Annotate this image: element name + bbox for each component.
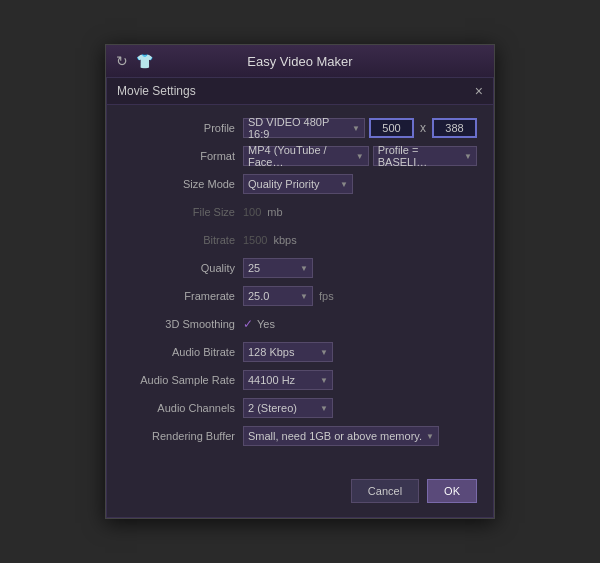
audio-bitrate-dropdown-icon: ▼ [320,348,328,357]
audio-channels-label: Audio Channels [123,402,243,414]
profile-row: Profile SD VIDEO 480P 16:9 ▼ x [123,117,477,139]
dialog-body: Profile SD VIDEO 480P 16:9 ▼ x Format MP… [107,105,493,469]
size-mode-controls: Quality Priority ▼ [243,174,477,194]
framerate-unit: fps [319,290,334,302]
audio-sample-label: Audio Sample Rate [123,374,243,386]
cancel-button[interactable]: Cancel [351,479,419,503]
framerate-controls: 25.0 ▼ fps [243,286,477,306]
audio-channels-controls: 2 (Stereo) ▼ [243,398,477,418]
format-row: Format MP4 (YouTube / Face… ▼ Profile = … [123,145,477,167]
quality-select[interactable]: 25 ▼ [243,258,313,278]
app-window: ↻ 👕 Easy Video Maker Movie Settings × Pr… [105,44,495,519]
audio-bitrate-select[interactable]: 128 Kbps ▼ [243,342,333,362]
quality-dropdown-icon: ▼ [300,264,308,273]
quality-label: Quality [123,262,243,274]
smoothing-value: Yes [257,318,275,330]
back-icon[interactable]: ↻ [116,53,128,69]
quality-row: Quality 25 ▼ [123,257,477,279]
audio-sample-dropdown-icon: ▼ [320,376,328,385]
size-mode-row: Size Mode Quality Priority ▼ [123,173,477,195]
file-size-row: File Size 100 mb [123,201,477,223]
profile-base-dropdown-icon: ▼ [464,152,472,161]
dialog-footer: Cancel OK [107,469,493,517]
format-dropdown-icon: ▼ [356,152,364,161]
width-input[interactable] [369,118,414,138]
framerate-select[interactable]: 25.0 ▼ [243,286,313,306]
bitrate-value: 1500 [243,234,267,246]
dialog-header: Movie Settings × [107,78,493,105]
file-size-value: 100 [243,206,261,218]
bitrate-controls: 1500 kbps [243,234,477,246]
rendering-dropdown-icon: ▼ [426,432,434,441]
audio-bitrate-controls: 128 Kbps ▼ [243,342,477,362]
quality-controls: 25 ▼ [243,258,477,278]
profile-select[interactable]: SD VIDEO 480P 16:9 ▼ [243,118,365,138]
checkmark-icon[interactable]: ✓ [243,317,253,331]
rendering-controls: Small, need 1GB or above memory. ▼ [243,426,477,446]
audio-bitrate-label: Audio Bitrate [123,346,243,358]
bitrate-unit: kbps [273,234,296,246]
file-size-unit: mb [267,206,282,218]
movie-settings-dialog: Movie Settings × Profile SD VIDEO 480P 1… [106,77,494,518]
ok-button[interactable]: OK [427,479,477,503]
framerate-label: Framerate [123,290,243,302]
smoothing-checkbox-area: ✓ Yes [243,317,275,331]
height-input[interactable] [432,118,477,138]
audio-sample-select[interactable]: 44100 Hz ▼ [243,370,333,390]
dialog-title: Movie Settings [117,84,196,98]
rendering-select[interactable]: Small, need 1GB or above memory. ▼ [243,426,439,446]
size-mode-select[interactable]: Quality Priority ▼ [243,174,353,194]
file-size-controls: 100 mb [243,206,477,218]
format-select[interactable]: MP4 (YouTube / Face… ▼ [243,146,369,166]
profile-base-select[interactable]: Profile = BASELI… ▼ [373,146,477,166]
framerate-row: Framerate 25.0 ▼ fps [123,285,477,307]
bitrate-label: Bitrate [123,234,243,246]
rendering-label: Rendering Buffer [123,430,243,442]
app-title: Easy Video Maker [247,54,352,69]
smoothing-row: 3D Smoothing ✓ Yes [123,313,477,335]
bitrate-row: Bitrate 1500 kbps [123,229,477,251]
close-icon[interactable]: × [475,84,483,98]
rendering-row: Rendering Buffer Small, need 1GB or abov… [123,425,477,447]
size-mode-dropdown-icon: ▼ [340,180,348,189]
audio-sample-row: Audio Sample Rate 44100 Hz ▼ [123,369,477,391]
title-bar: ↻ 👕 Easy Video Maker [106,45,494,77]
size-mode-label: Size Mode [123,178,243,190]
shirt-icon[interactable]: 👕 [136,53,153,69]
framerate-dropdown-icon: ▼ [300,292,308,301]
format-controls: MP4 (YouTube / Face… ▼ Profile = BASELI…… [243,146,477,166]
smoothing-controls: ✓ Yes [243,317,477,331]
file-size-label: File Size [123,206,243,218]
audio-bitrate-row: Audio Bitrate 128 Kbps ▼ [123,341,477,363]
x-separator: x [420,121,426,135]
format-label: Format [123,150,243,162]
smoothing-label: 3D Smoothing [123,318,243,330]
profile-label: Profile [123,122,243,134]
audio-sample-controls: 44100 Hz ▼ [243,370,477,390]
profile-controls: SD VIDEO 480P 16:9 ▼ x [243,118,477,138]
audio-channels-dropdown-icon: ▼ [320,404,328,413]
title-bar-icons: ↻ 👕 [116,53,153,69]
audio-channels-row: Audio Channels 2 (Stereo) ▼ [123,397,477,419]
audio-channels-select[interactable]: 2 (Stereo) ▼ [243,398,333,418]
profile-dropdown-icon: ▼ [352,124,360,133]
